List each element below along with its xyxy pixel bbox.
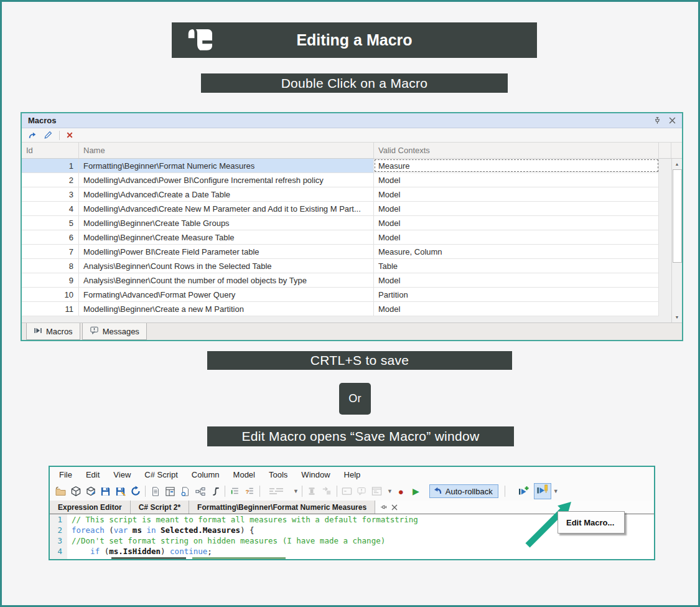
menu-model[interactable]: Model xyxy=(226,470,262,479)
close-icon[interactable] xyxy=(391,504,398,511)
cell-id[interactable]: 5 xyxy=(22,216,79,230)
dropdown-caret-icon[interactable]: ▼ xyxy=(387,488,393,494)
document-icon[interactable] xyxy=(149,484,162,498)
delete-icon[interactable] xyxy=(66,131,73,139)
table-row[interactable]: 10 Formating\Advanced\Format Power Query… xyxy=(22,288,659,302)
cell-contexts[interactable]: Model xyxy=(374,273,659,287)
cell-id[interactable]: 3 xyxy=(22,187,79,201)
format-dax-help-icon[interactable]: ? xyxy=(243,484,256,498)
cell-name[interactable]: Modelling\Advanced\Create New M Paramete… xyxy=(79,202,374,215)
cell-contexts[interactable]: Model xyxy=(374,302,659,316)
tab-messages[interactable]: Messages xyxy=(82,323,147,340)
cell-contexts[interactable]: Model xyxy=(374,202,659,215)
perspective-dropdown[interactable] xyxy=(263,484,289,498)
tab-format-numeric-measures[interactable]: Formatting\Beginner\Format Numeric Measu… xyxy=(189,501,375,514)
table-row[interactable]: 7 Modelling\Power BI\Create Field Parame… xyxy=(22,245,659,259)
cell-name[interactable]: Formating\Advanced\Format Power Query xyxy=(79,288,374,301)
cell-id[interactable]: 2 xyxy=(22,173,79,187)
column-header-id[interactable]: Id xyxy=(22,143,79,158)
close-icon[interactable] xyxy=(669,117,676,124)
cell-id[interactable]: 9 xyxy=(22,273,79,287)
table-row[interactable]: 2 Modelling\Advanced\Power BI\Configure … xyxy=(22,173,659,187)
form-window-icon[interactable] xyxy=(370,484,383,498)
table-row[interactable]: 3 Modelling\Advanced\Create a Date Table… xyxy=(22,187,659,202)
cell-contexts[interactable]: Model xyxy=(374,173,659,187)
table-filler xyxy=(659,159,671,322)
menu-column[interactable]: Column xyxy=(185,470,226,479)
play-icon[interactable]: ▶ xyxy=(409,484,422,498)
scroll-down-icon[interactable]: ▼ xyxy=(672,312,683,322)
column-header-valid-contexts[interactable]: Valid Contexts xyxy=(374,143,659,158)
cell-contexts[interactable]: Measure xyxy=(374,159,659,172)
pin-icon[interactable] xyxy=(653,116,661,125)
cell-name[interactable]: Formatting\Beginner\Format Numeric Measu… xyxy=(79,159,374,172)
deploy-cube-icon[interactable] xyxy=(84,484,97,498)
menu-view[interactable]: View xyxy=(106,470,138,479)
new-macro-icon[interactable] xyxy=(516,484,532,498)
menu-csharp-script[interactable]: C# Script xyxy=(138,470,184,479)
save-icon[interactable] xyxy=(99,484,112,498)
cell-id[interactable]: 7 xyxy=(22,245,79,258)
refresh-icon[interactable] xyxy=(129,484,142,498)
pin-icon[interactable] xyxy=(380,504,387,511)
open-folder-icon[interactable] xyxy=(54,484,67,498)
tab-expression-editor[interactable]: Expression Editor xyxy=(50,501,131,514)
table-row[interactable]: 11 Modelling\Beginner\Create a new M Par… xyxy=(22,302,659,316)
cell-name[interactable]: Modelling\Power BI\Create Field Paramete… xyxy=(79,245,374,258)
menu-edit[interactable]: Edit xyxy=(79,470,106,479)
cell-name[interactable]: Modelling\Advanced\Create a Date Table xyxy=(79,187,374,201)
table-row[interactable]: 8 Analysis\Beginner\Count Rows in the Se… xyxy=(22,259,659,273)
table-row[interactable]: 4 Modelling\Advanced\Create New M Parame… xyxy=(22,202,659,216)
record-icon[interactable]: ● xyxy=(394,484,408,498)
frame-icon[interactable] xyxy=(340,484,353,498)
edit-macro-button[interactable] xyxy=(534,483,551,499)
column-header-name[interactable]: Name xyxy=(79,143,374,158)
table-row[interactable]: 9 Analysis\Beginner\Count the number of … xyxy=(22,273,659,288)
import-arrow-icon[interactable] xyxy=(320,484,334,498)
new-script-icon[interactable] xyxy=(179,484,192,498)
menu-help[interactable]: Help xyxy=(337,470,368,479)
dropdown-caret-icon[interactable]: ▼ xyxy=(553,488,559,494)
cell-id[interactable]: 1 xyxy=(22,159,79,172)
cell-name[interactable]: Analysis\Beginner\Count Rows in the Sele… xyxy=(79,259,374,273)
save-as-icon[interactable] xyxy=(114,484,127,498)
auto-rollback-button[interactable]: Auto-rollback xyxy=(429,484,498,498)
table-row[interactable]: 5 Modelling\Beginner\Create Table Groups… xyxy=(22,216,659,230)
edit-pencil-icon[interactable] xyxy=(44,131,52,139)
tab-macros[interactable]: Macros xyxy=(26,323,80,340)
menu-window[interactable]: Window xyxy=(294,470,337,479)
cell-contexts[interactable]: Model xyxy=(374,216,659,230)
table-row[interactable]: 6 Modelling\Beginner\Create Measure Tabl… xyxy=(22,230,659,245)
cell-contexts[interactable]: Table xyxy=(374,259,659,273)
message-bubble-icon[interactable] xyxy=(355,484,368,498)
dropdown-caret-icon[interactable]: ▼ xyxy=(293,488,299,494)
cell-id[interactable]: 8 xyxy=(22,259,79,273)
hierarchy-icon[interactable] xyxy=(194,484,207,498)
cell-name[interactable]: Analysis\Beginner\Count the number of mo… xyxy=(79,273,374,287)
table-icon[interactable] xyxy=(164,484,177,498)
pillar-icon[interactable] xyxy=(306,484,319,498)
cell-contexts[interactable]: Partition xyxy=(374,288,659,301)
menu-tools[interactable]: Tools xyxy=(262,470,294,479)
menu-file[interactable]: File xyxy=(52,470,79,479)
vertical-scrollbar[interactable]: ▲ ▼ xyxy=(671,159,682,322)
cell-id[interactable]: 4 xyxy=(22,202,79,215)
cell-id[interactable]: 11 xyxy=(22,302,79,316)
cell-contexts[interactable]: Measure, Column xyxy=(374,245,659,258)
tab-csharp-script-2[interactable]: C# Script 2* xyxy=(131,501,189,514)
scrollbar-thumb[interactable] xyxy=(673,169,682,263)
cell-contexts[interactable]: Model xyxy=(374,187,659,201)
cell-id[interactable]: 10 xyxy=(22,288,79,301)
model-cube-icon[interactable] xyxy=(69,484,82,498)
cell-name[interactable]: Modelling\Advanced\Power BI\Configure In… xyxy=(79,173,374,187)
script-icon[interactable] xyxy=(208,484,222,498)
table-row[interactable]: 1 Formatting\Beginner\Format Numeric Mea… xyxy=(22,159,659,173)
scroll-up-icon[interactable]: ▲ xyxy=(672,159,683,169)
cell-id[interactable]: 6 xyxy=(22,230,79,244)
cell-name[interactable]: Modelling\Beginner\Create Measure Table xyxy=(79,230,374,244)
cell-name[interactable]: Modelling\Beginner\Create a new M Partit… xyxy=(79,302,374,316)
run-macro-icon[interactable] xyxy=(27,131,37,140)
cell-name[interactable]: Modelling\Beginner\Create Table Groups xyxy=(79,216,374,230)
format-dax-icon[interactable] xyxy=(228,484,241,498)
cell-contexts[interactable]: Model xyxy=(374,230,659,244)
